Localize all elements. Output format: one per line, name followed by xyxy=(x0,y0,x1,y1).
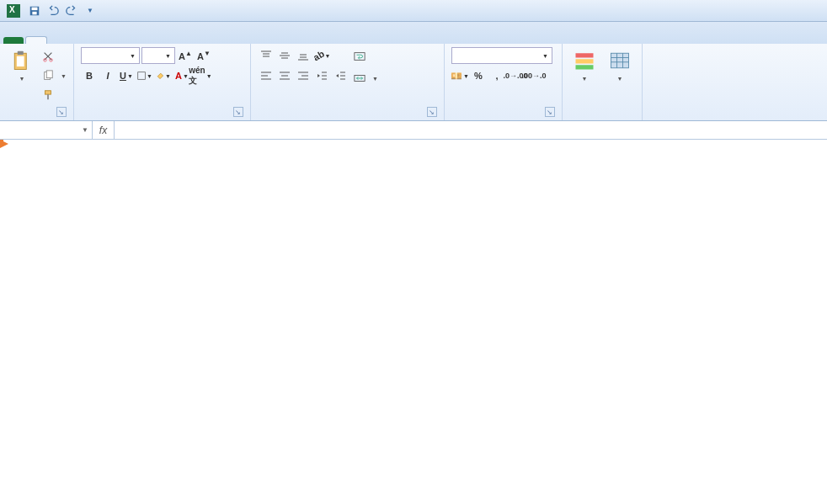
align-top-icon[interactable] xyxy=(258,47,275,64)
svg-rect-4 xyxy=(18,51,24,55)
align-left-icon[interactable] xyxy=(258,67,275,84)
formula-input[interactable] xyxy=(115,121,827,139)
percent-icon[interactable]: % xyxy=(470,67,487,84)
svg-rect-39 xyxy=(575,53,593,57)
quick-access-toolbar: ▼ xyxy=(0,0,827,22)
font-name-combo[interactable]: ▼ xyxy=(81,47,140,64)
selection-target xyxy=(0,140,3,143)
bold-button[interactable]: B xyxy=(81,67,98,84)
align-middle-icon[interactable] xyxy=(276,47,293,64)
conditional-format-button[interactable]: ▼ xyxy=(569,47,600,83)
selection-source xyxy=(0,140,3,143)
svg-rect-2 xyxy=(32,11,36,14)
increase-font-icon[interactable]: A▲ xyxy=(177,47,194,64)
group-clipboard: ▼ ▼ ↘ xyxy=(0,44,74,120)
underline-button[interactable]: U▼ xyxy=(118,67,135,84)
tab-review[interactable] xyxy=(136,37,157,44)
phonetic-button[interactable]: wén文▼ xyxy=(192,67,209,84)
decrease-font-icon[interactable]: A▼ xyxy=(195,47,212,64)
currency-icon[interactable]: 💴▼ xyxy=(451,67,468,84)
cut-button[interactable] xyxy=(42,47,67,66)
tab-formula[interactable] xyxy=(93,37,113,44)
ribbon-tabs xyxy=(0,22,827,44)
merge-center-button[interactable]: ▼ xyxy=(354,69,378,88)
svg-rect-42 xyxy=(611,53,628,68)
align-launcher[interactable]: ↘ xyxy=(427,107,437,117)
qat-customize[interactable]: ▼ xyxy=(82,3,99,19)
copy-button[interactable]: ▼ xyxy=(42,66,67,85)
fill-color-button[interactable]: ▼ xyxy=(155,67,172,84)
border-button[interactable]: ▼ xyxy=(136,67,153,84)
font-size-combo[interactable]: ▼ xyxy=(141,47,175,64)
tab-data[interactable] xyxy=(115,37,135,44)
tab-layout[interactable] xyxy=(71,37,91,44)
orientation-icon[interactable]: ab▼ xyxy=(313,47,330,64)
group-styles: ▼ ▼ xyxy=(563,44,643,120)
decrease-decimal-icon[interactable]: .00→.0 xyxy=(526,67,542,84)
ribbon: ▼ ▼ ↘ ▼ ▼ A▲ A▼ B I U▼ ▼ ▼ A xyxy=(0,44,827,121)
italic-button[interactable]: I xyxy=(99,67,116,84)
clipboard-launcher[interactable]: ↘ xyxy=(56,107,67,117)
group-number: ▼ 💴▼ % , .0→.00 .00→.0 ↘ xyxy=(445,44,563,120)
svg-rect-11 xyxy=(47,94,49,99)
arrow-head-icon xyxy=(0,140,8,148)
format-painter-button[interactable] xyxy=(42,86,67,104)
decrease-indent-icon[interactable] xyxy=(313,67,330,84)
group-font: ▼ ▼ A▲ A▼ B I U▼ ▼ ▼ A▼ wén文▼ ↘ xyxy=(74,44,251,120)
align-right-icon[interactable] xyxy=(295,67,312,84)
group-alignment: ab▼ ▼ ↘ xyxy=(251,44,445,120)
align-center-icon[interactable] xyxy=(276,67,293,84)
formula-bar: ▼ fx xyxy=(0,121,827,140)
number-format-combo[interactable]: ▼ xyxy=(451,47,552,64)
save-button[interactable] xyxy=(26,3,43,19)
svg-rect-1 xyxy=(32,7,38,10)
fx-button[interactable]: fx xyxy=(93,121,115,139)
excel-icon xyxy=(7,4,20,18)
tab-insert[interactable] xyxy=(49,37,69,44)
svg-rect-41 xyxy=(575,65,593,69)
wrap-text-button[interactable] xyxy=(354,47,378,66)
svg-rect-12 xyxy=(138,72,146,80)
redo-button[interactable] xyxy=(63,3,80,19)
tab-file[interactable] xyxy=(3,37,24,44)
number-launcher[interactable]: ↘ xyxy=(545,107,555,117)
tab-view[interactable] xyxy=(158,37,179,44)
svg-rect-10 xyxy=(45,91,51,94)
paste-button[interactable]: ▼ xyxy=(7,47,37,83)
svg-rect-40 xyxy=(575,59,593,63)
increase-indent-icon[interactable] xyxy=(332,67,349,84)
svg-rect-9 xyxy=(46,71,52,78)
font-color-button[interactable]: A▼ xyxy=(173,67,190,84)
align-bottom-icon[interactable] xyxy=(295,47,312,64)
undo-button[interactable] xyxy=(45,3,61,19)
svg-rect-5 xyxy=(17,56,24,66)
name-box[interactable]: ▼ xyxy=(0,121,93,139)
font-launcher[interactable]: ↘ xyxy=(233,107,243,117)
tab-foxit[interactable] xyxy=(180,37,200,44)
table-format-button[interactable]: ▼ xyxy=(605,47,635,83)
tab-home[interactable] xyxy=(25,36,47,44)
